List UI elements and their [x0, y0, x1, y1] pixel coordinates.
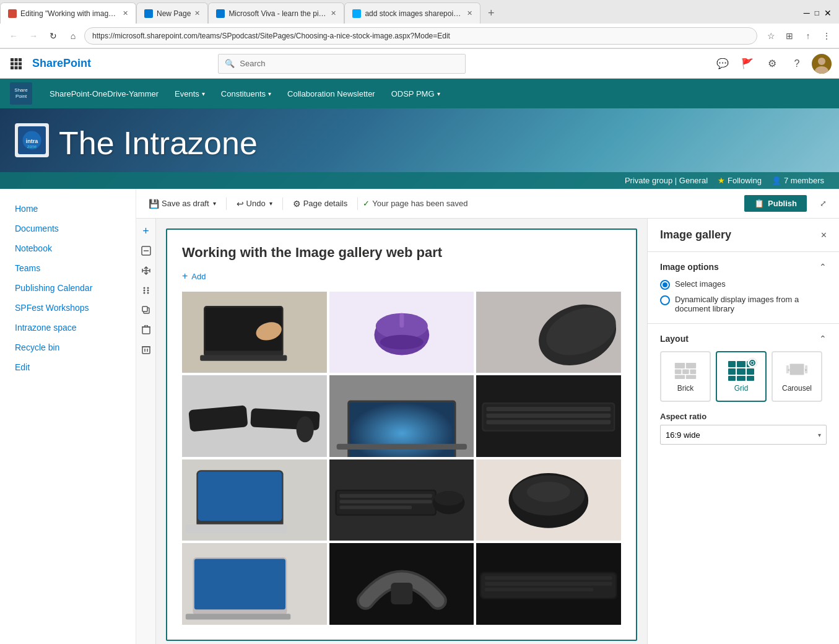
aspect-ratio-select[interactable]: 16:9 wide ▾ — [660, 425, 827, 445]
image-cell-6[interactable] — [476, 375, 621, 456]
expand-button[interactable]: ⤢ — [814, 195, 832, 212]
carousel-icon: < > — [783, 360, 811, 381]
delete-tool[interactable] — [139, 323, 154, 337]
nav-edit[interactable]: Edit — [0, 357, 136, 377]
svg-rect-103 — [737, 376, 746, 381]
publish-button[interactable]: 📋 Publish — [744, 195, 807, 212]
save-as-draft-button[interactable]: 💾 Save as draft ▾ — [144, 196, 221, 211]
delete-confirm-tool[interactable] — [139, 342, 154, 357]
image-cell-10[interactable] — [182, 543, 327, 624]
flag-icon[interactable]: 🚩 — [737, 54, 757, 74]
help-icon[interactable]: ? — [787, 54, 807, 74]
nav-item-constituents[interactable]: Constituents ▾ — [214, 85, 279, 102]
radio-dynamic-outer — [660, 295, 670, 305]
svg-rect-1 — [15, 58, 18, 61]
settings-icon[interactable]: ⋮ — [819, 28, 834, 43]
reload-button[interactable]: ↻ — [45, 27, 62, 45]
user-avatar[interactable] — [812, 54, 832, 74]
share-icon[interactable]: ↑ — [801, 28, 815, 43]
new-tab-button[interactable]: + — [480, 2, 502, 24]
settings-gear-icon[interactable]: ⚙ — [762, 54, 782, 74]
nav-recycle-bin[interactable]: Recycle bin — [0, 337, 136, 357]
svg-rect-87 — [485, 582, 612, 586]
nav-item-events[interactable]: Events ▾ — [167, 85, 212, 102]
layout-grid[interactable]: Grid — [716, 351, 767, 402]
image-cell-9[interactable] — [476, 459, 621, 541]
nav-teams[interactable]: Teams — [0, 258, 136, 278]
add-button[interactable]: + Add — [182, 271, 621, 282]
undo-chevron[interactable]: ▾ — [269, 200, 272, 207]
nav-item-collab[interactable]: Collaboration Newsletter — [280, 85, 383, 102]
nav-documents[interactable]: Documents — [0, 219, 136, 238]
address-text: https://microsoft.sharepoint.com/teams/S… — [92, 32, 450, 40]
svg-rect-24 — [142, 327, 150, 334]
collections-icon[interactable]: ⊞ — [782, 28, 797, 43]
image-cell-4[interactable] — [182, 375, 327, 456]
panel-close-button[interactable]: × — [821, 230, 827, 241]
tab-close-1[interactable]: ✕ — [123, 9, 128, 17]
minimize-button[interactable]: ─ — [804, 8, 810, 18]
search-placeholder: Search — [240, 59, 265, 68]
image-cell-1[interactable] — [182, 292, 327, 373]
tab-active[interactable]: Editing "Working with images th... ✕ — [0, 2, 136, 24]
radio-select-images[interactable]: Select images — [660, 279, 827, 290]
add-section-tool[interactable]: + — [139, 224, 154, 238]
nav-notebook[interactable]: Notebook — [0, 238, 136, 258]
waffle-menu-button[interactable] — [7, 55, 25, 72]
tab-4[interactable]: add stock images sharepoint off... ✕ — [344, 2, 480, 24]
nav-intrazone[interactable]: Intrazone space — [0, 318, 136, 337]
image-grid — [182, 292, 621, 625]
undo-icon: ↩ — [237, 199, 244, 209]
image-cell-2[interactable] — [329, 292, 474, 373]
svg-rect-8 — [19, 66, 22, 69]
favorites-icon[interactable]: ☆ — [763, 28, 778, 43]
svg-point-72 — [434, 491, 463, 505]
nav-item-spoy[interactable]: SharePoint-OneDrive-Yammer — [42, 85, 166, 102]
nav-item-odsp[interactable]: ODSP PMG ▾ — [384, 85, 448, 102]
copy-tool[interactable] — [139, 303, 154, 318]
image-cell-7[interactable] — [182, 459, 327, 541]
brick-label: Brick — [677, 384, 694, 393]
image-cell-5[interactable] — [329, 375, 474, 456]
move-tool[interactable] — [139, 263, 154, 278]
svg-rect-101 — [747, 368, 754, 375]
nav-spfest[interactable]: SPFest Workshops — [0, 298, 136, 318]
nav-home[interactable]: Home — [0, 199, 136, 219]
layout-carousel[interactable]: < > Carousel — [772, 351, 822, 402]
undo-button[interactable]: ↩ Undo ▾ — [232, 196, 277, 211]
forward-button[interactable]: → — [25, 27, 42, 45]
nav-publishing-calendar[interactable]: Publishing Calendar — [0, 278, 136, 298]
image-cell-11[interactable] — [329, 543, 474, 624]
tab-close-2[interactable]: ✕ — [194, 9, 200, 17]
search-bar[interactable]: 🔍 Search — [218, 54, 466, 74]
layout-section-toggle[interactable]: ⌃ — [819, 334, 827, 344]
back-button[interactable]: ← — [5, 27, 22, 45]
site-logo[interactable]: SharePoint — [10, 82, 32, 105]
home-button[interactable]: ⌂ — [64, 27, 82, 45]
following-badge[interactable]: ★ Following — [718, 176, 762, 185]
sharepoint-logo[interactable]: SharePoint — [32, 57, 91, 70]
radio-dynamic-images[interactable]: Dynamically display images from a docume… — [660, 295, 827, 313]
tab-3[interactable]: Microsoft Viva - learn the pitch ... ✕ — [208, 2, 344, 24]
address-bar[interactable]: https://microsoft.sharepoint.com/teams/S… — [84, 27, 757, 45]
close-window-button[interactable]: ✕ — [824, 8, 832, 18]
edit-tool[interactable] — [139, 243, 154, 258]
page-details-button[interactable]: ⚙ Page details — [288, 196, 353, 211]
svg-rect-104 — [747, 376, 754, 381]
page-details-icon: ⚙ — [293, 199, 301, 209]
image-cell-8[interactable] — [329, 459, 474, 541]
members-badge[interactable]: 👤 7 members — [772, 176, 824, 185]
image-cell-3[interactable] — [476, 292, 621, 373]
chat-icon[interactable]: 💬 — [713, 54, 732, 74]
layout-section-header: Layout ⌃ — [660, 334, 827, 344]
save-draft-chevron[interactable]: ▾ — [213, 200, 216, 207]
tab-close-3[interactable]: ✕ — [331, 9, 336, 17]
tab-close-4[interactable]: ✕ — [467, 9, 472, 17]
image-cell-12[interactable] — [476, 543, 621, 624]
layout-brick[interactable]: Brick — [660, 351, 711, 402]
restore-button[interactable]: □ — [815, 9, 819, 17]
tab-2[interactable]: New Page ✕ — [136, 2, 208, 24]
drag-tool[interactable] — [139, 283, 154, 298]
svg-text:>: > — [804, 368, 807, 372]
image-options-toggle[interactable]: ⌃ — [819, 262, 827, 272]
